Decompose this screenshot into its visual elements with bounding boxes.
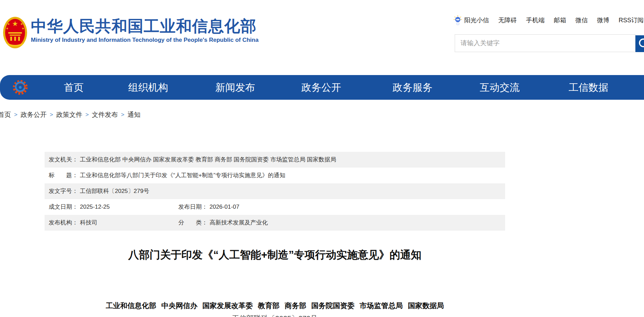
meta-label: 发布机构： <box>49 219 78 226</box>
meta-label: 分 类： <box>178 219 207 226</box>
doc-meta-table: 发文机关：工业和信息化部 中央网信办 国家发展改革委 教育部 商务部 国务院国资… <box>45 152 505 231</box>
meta-label: 发文字号： <box>49 188 78 194</box>
breadcrumb-item-doc-release[interactable]: 文件发布 <box>92 110 118 119</box>
svg-text:★: ★ <box>7 22 10 26</box>
svg-text:★: ★ <box>6 27 9 30</box>
breadcrumb-separator: > <box>85 111 89 118</box>
national-emblem-icon: ★ ★ ★ ★ ★ <box>3 16 27 49</box>
meta-row-dates: 成文日期：2025-12-25 发布日期：2026-01-07 <box>45 199 505 215</box>
svg-text:★: ★ <box>20 22 23 26</box>
meta-value: 2025-12-25 <box>80 204 110 210</box>
breadcrumb-separator: > <box>121 111 124 118</box>
mascot-robot-icon <box>453 15 462 25</box>
meta-label: 标 题： <box>49 172 78 179</box>
breadcrumb-item-gov-open[interactable]: 政务公开 <box>21 110 47 119</box>
search-input[interactable] <box>455 34 635 52</box>
breadcrumb-separator: > <box>14 111 17 118</box>
svg-text:★: ★ <box>22 27 24 30</box>
nav-item-gov-open[interactable]: 政务公开 <box>301 75 341 100</box>
meta-row-title: 标 题：工业和信息化部等八部门关于印发《“人工智能+制造”专项行动实施意见》的通… <box>45 168 505 183</box>
utility-link-mail[interactable]: 邮箱 <box>554 16 566 24</box>
nav-item-data[interactable]: 工信数据 <box>569 75 608 100</box>
meta-label: 发布日期： <box>178 204 207 210</box>
breadcrumb: 首页 > 政务公开 > 政策文件 > 文件发布 > 通知 <box>0 110 141 119</box>
site-logo[interactable]: ★ ★ ★ ★ ★ 中华人民共和国工业和信息化部 Ministry of Ind… <box>3 16 259 49</box>
meta-value: 高新技术发展及产业化 <box>210 219 268 226</box>
site-title: 中华人民共和国工业和信息化部 <box>31 17 259 35</box>
page: ★ ★ ★ ★ ★ 中华人民共和国工业和信息化部 Ministry of Ind… <box>0 0 644 317</box>
nav-item-org[interactable]: 组织机构 <box>128 75 168 100</box>
nav-item-interact[interactable]: 互动交流 <box>480 75 520 100</box>
utility-link-mobile[interactable]: 手机端 <box>526 16 545 24</box>
article-issuers-line: 工业和信息化部 中央网信办 国家发展改革委 教育部 商务部 国务院国资委 市场监… <box>45 301 505 310</box>
nav-item-news[interactable]: 新闻发布 <box>215 75 255 100</box>
utility-link-weibo[interactable]: 微博 <box>597 16 609 24</box>
main-navbar: 首页 组织机构 新闻发布 政务公开 政务服务 互动交流 工信数据 <box>0 75 644 100</box>
meta-label: 成文日期： <box>49 204 78 210</box>
article-doc-number-partial: 工信部联科〔2025〕279号 <box>45 315 505 317</box>
meta-row-publisher-category: 发布机构：科技司 分 类：高新技术发展及产业化 <box>45 215 505 231</box>
article-title: 八部门关于印发《“人工智能+制造”专项行动实施意见》的通知 <box>45 248 505 262</box>
utility-link-xiaoxin[interactable]: 阳光小信 <box>464 16 489 24</box>
nav-item-home[interactable]: 首页 <box>64 75 84 100</box>
utility-bar: 阳光小信 无障碍 手机端 邮箱 微信 微博 RSS订阅 <box>453 15 644 25</box>
breadcrumb-item-policy-docs[interactable]: 政策文件 <box>56 110 82 119</box>
search-button[interactable] <box>635 35 644 52</box>
meta-value: 工业和信息化部等八部门关于印发《“人工智能+制造”专项行动实施意见》的通知 <box>80 172 285 179</box>
nav-item-services[interactable]: 政务服务 <box>393 75 432 100</box>
meta-label: 发文机关： <box>49 156 78 163</box>
utility-link-wechat[interactable]: 微信 <box>575 16 588 24</box>
meta-value: 科技司 <box>80 219 97 226</box>
utility-link-accessibility[interactable]: 无障碍 <box>498 16 517 24</box>
meta-row-doc-number: 发文字号：工信部联科〔2025〕279号 <box>45 183 505 199</box>
meta-row-issuing-org: 发文机关：工业和信息化部 中央网信办 国家发展改革委 教育部 商务部 国务院国资… <box>45 152 505 168</box>
svg-text:★: ★ <box>12 20 18 27</box>
meta-value: 2026-01-07 <box>210 204 239 210</box>
search-icon <box>635 35 644 52</box>
breadcrumb-item-current: 通知 <box>128 110 141 119</box>
miit-gear-icon <box>12 80 28 95</box>
utility-link-rss[interactable]: RSS订阅 <box>619 16 644 24</box>
site-subtitle: Ministry of Industry and Information Tec… <box>31 37 259 44</box>
meta-value: 工业和信息化部 中央网信办 国家发展改革委 教育部 商务部 国务院国资委 市场监… <box>80 156 336 163</box>
meta-value: 工信部联科〔2025〕279号 <box>80 188 149 194</box>
breadcrumb-separator: > <box>50 111 53 118</box>
breadcrumb-item-home[interactable]: 首页 <box>0 110 11 119</box>
